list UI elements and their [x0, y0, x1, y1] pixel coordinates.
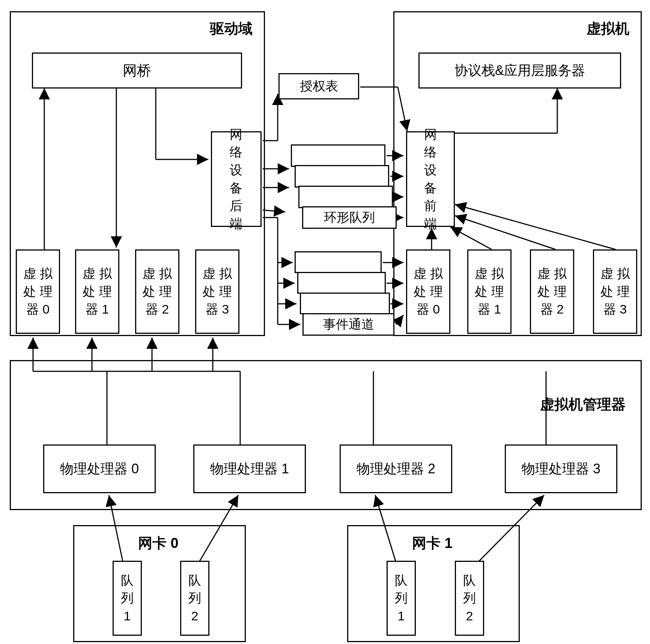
backend-l3: 备: [230, 179, 243, 197]
event-channel-2: [297, 272, 386, 294]
nic0-q2: 队 列 2: [180, 561, 209, 636]
pcpu1: 物理处理器 1: [193, 444, 306, 493]
vm-vcpu2: 虚 拟 处 理 器 2: [530, 249, 574, 334]
bridge-label: 网桥: [123, 61, 151, 80]
pcpu2-label: 物理处理器 2: [357, 460, 435, 478]
frontend-box: 网 络 设 备 前 端: [406, 131, 455, 227]
n0q1-l2: 1: [124, 607, 131, 625]
svg-line-8: [263, 210, 285, 212]
d-v2-l1: 处 理: [143, 283, 172, 301]
nic1-q2: 队 列 2: [455, 561, 484, 636]
v-v0-l2: 器 0: [417, 300, 440, 318]
n0q2-l1: 列: [188, 589, 201, 607]
nic1-container: 网卡 1: [347, 525, 520, 642]
event-channel-0: 事件通道: [302, 313, 394, 336]
v-v3-l2: 器 3: [603, 300, 627, 318]
d-v0-l1: 处 理: [23, 283, 52, 301]
d-v0-l0: 虚 拟: [23, 265, 52, 283]
pcpu0: 物理处理器 0: [43, 444, 156, 493]
fe-l0: 网: [424, 126, 437, 144]
d-v1-l1: 处 理: [83, 283, 111, 301]
diagram-canvas: 驱动域 虚拟机 网桥 网 络 设 备 后 端 虚 拟 处 理 器 0 虚 拟 处…: [0, 0, 650, 644]
d-v0-l2: 器 0: [26, 300, 50, 318]
nic0-container: 网卡 0: [73, 525, 246, 642]
v-v2-l2: 器 2: [540, 300, 564, 318]
n0q2-l2: 2: [191, 607, 199, 625]
fe-l2: 设: [424, 161, 437, 179]
vm-title: 虚拟机: [587, 19, 629, 38]
vm-vcpu1: 虚 拟 处 理 器 1: [467, 249, 512, 334]
pcpu0-label: 物理处理器 0: [60, 460, 139, 478]
pcpu1-label: 物理处理器 1: [210, 460, 289, 478]
nic0-q1: 队 列 1: [113, 561, 142, 636]
n0q2-l0: 队: [188, 572, 201, 590]
v-v1-l0: 虚 拟: [475, 265, 504, 283]
driver-vcpu3: 虚 拟 处 理 器 3: [195, 249, 239, 334]
ring-queue-3: [291, 144, 385, 167]
backend-l1: 络: [230, 143, 243, 161]
pcpu3-label: 物理处理器 3: [522, 460, 600, 478]
n1q1-l1: 列: [395, 589, 408, 607]
fe-l3: 备: [424, 179, 437, 197]
event-channel-label: 事件通道: [323, 316, 374, 333]
backend-l2: 设: [230, 161, 243, 179]
backend-l4: 后: [230, 197, 243, 215]
n1q1-l2: 1: [398, 607, 405, 625]
protocol-box: 协议栈&应用层服务器: [418, 53, 621, 89]
fe-l1: 络: [424, 143, 437, 161]
grant-table-label: 授权表: [300, 78, 338, 95]
v-v1-l2: 器 1: [478, 300, 501, 318]
n1q2-l1: 列: [463, 589, 476, 607]
d-v1-l2: 器 1: [86, 300, 109, 318]
vm-vcpu0: 虚 拟 处 理 器 0: [406, 249, 450, 334]
d-v3-l1: 处 理: [203, 283, 232, 301]
driver-vcpu1: 虚 拟 处 理 器 1: [75, 249, 119, 334]
ring-queue-1: [298, 186, 393, 208]
nic1-q1: 队 列 1: [387, 561, 416, 636]
backend-l0: 网: [230, 126, 243, 144]
n1q1-l0: 队: [395, 572, 408, 590]
nic0-title: 网卡 0: [138, 534, 179, 553]
n1q2-l0: 队: [463, 572, 476, 590]
ring-queue-2: [295, 165, 389, 188]
n0q1-l1: 列: [121, 589, 134, 607]
d-v2-l2: 器 2: [146, 300, 169, 318]
pcpu3: 物理处理器 3: [505, 444, 617, 493]
v-v0-l1: 处 理: [414, 283, 442, 301]
v-v1-l1: 处 理: [475, 283, 504, 301]
n0q1-l0: 队: [121, 572, 134, 590]
fe-l4: 前: [424, 197, 437, 215]
v-v0-l0: 虚 拟: [414, 265, 442, 283]
vm-manager-title: 虚拟机管理器: [540, 395, 626, 414]
n1q2-l2: 2: [466, 607, 473, 625]
d-v2-l0: 虚 拟: [143, 265, 172, 283]
bridge-box: 网桥: [32, 53, 242, 89]
v-v3-l1: 处 理: [600, 283, 629, 301]
driver-vcpu0: 虚 拟 处 理 器 0: [16, 249, 60, 334]
ring-queue-0: 环形队列: [302, 206, 397, 229]
backend-l5: 端: [230, 215, 243, 233]
v-v2-l0: 虚 拟: [537, 265, 566, 283]
backend-box: 网 络 设 备 后 端: [211, 131, 262, 227]
driver-domain-title: 驱动域: [210, 19, 253, 38]
pcpu2: 物理处理器 2: [340, 444, 452, 493]
event-channel-3: [295, 251, 382, 273]
nic1-title: 网卡 1: [412, 534, 453, 553]
vm-vcpu3: 虚 拟 处 理 器 3: [593, 249, 637, 334]
ring-queue-label: 环形队列: [324, 209, 375, 226]
v-v3-l0: 虚 拟: [600, 265, 629, 283]
d-v3-l2: 器 3: [206, 300, 229, 318]
protocol-label: 协议栈&应用层服务器: [454, 62, 585, 80]
event-channel-1: [300, 293, 390, 314]
driver-vcpu2: 虚 拟 处 理 器 2: [135, 249, 179, 334]
d-v1-l0: 虚 拟: [83, 265, 111, 283]
grant-table-box: 授权表: [278, 73, 359, 99]
fe-l5: 端: [424, 215, 437, 233]
d-v3-l0: 虚 拟: [203, 265, 232, 283]
v-v2-l1: 处 理: [537, 283, 566, 301]
